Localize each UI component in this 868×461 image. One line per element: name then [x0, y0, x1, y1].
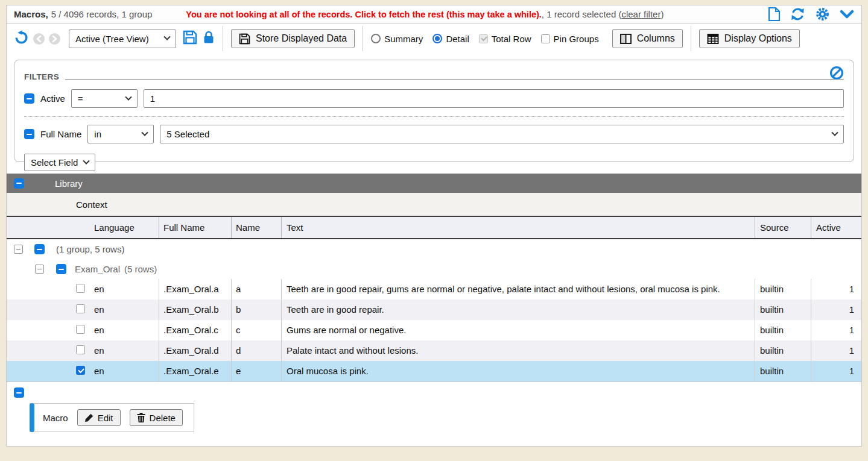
- library-group-label: Library: [55, 178, 83, 189]
- display-options-label: Display Options: [724, 33, 792, 44]
- group-row-exam-oral: Exam_Oral (5 rows): [7, 259, 861, 279]
- delete-button-label: Delete: [150, 413, 176, 423]
- table-row[interactable]: en .Exam_Oral.d d Palate intact and with…: [7, 340, 861, 361]
- summary-radio[interactable]: Summary: [371, 34, 423, 44]
- filter-operator-select[interactable]: =: [71, 89, 138, 108]
- new-document-icon[interactable]: [768, 7, 781, 22]
- select-arrow-icon: [142, 129, 148, 136]
- cell-text: Oral mucosa is pink.: [281, 361, 755, 381]
- edit-button-label: Edit: [98, 413, 113, 423]
- total-row-checkbox[interactable]: Total Row: [479, 34, 531, 44]
- collapse-group-icon[interactable]: [14, 245, 23, 254]
- save-view-icon[interactable]: [183, 30, 197, 47]
- store-displayed-data-button[interactable]: Store Displayed Data: [231, 29, 355, 48]
- page: Macros, 5 / 4096 records, 1 group You ar…: [0, 0, 868, 461]
- group-summary-label: (1 group, 5 rows): [56, 244, 124, 254]
- filter-multiselect[interactable]: 5 Selected: [160, 125, 844, 143]
- columns-button[interactable]: Columns: [612, 29, 683, 48]
- forward-icon[interactable]: [49, 33, 60, 45]
- group-minus-icon[interactable]: [34, 244, 45, 254]
- column-header-language[interactable]: Language: [7, 217, 159, 238]
- filter-operator-select[interactable]: in: [87, 125, 154, 143]
- cell-source: builtin: [755, 279, 811, 299]
- clear-filters-icon[interactable]: [829, 66, 844, 80]
- remove-filter-icon[interactable]: [24, 129, 34, 139]
- column-header-active[interactable]: Active: [811, 217, 861, 238]
- filter-field-label: Full Name: [40, 129, 81, 139]
- detail-label: Detail: [446, 34, 469, 44]
- cell-source: builtin: [755, 320, 811, 340]
- cell-text: Palate intact and without lesions.: [281, 340, 755, 361]
- save-icon: [239, 33, 250, 45]
- column-header-source[interactable]: Source: [755, 217, 811, 238]
- filter-multiselect-value: 5 Selected: [166, 129, 209, 139]
- cell-full-name: .Exam_Oral.c: [159, 320, 231, 340]
- column-header-full-name[interactable]: Full Name: [159, 217, 231, 238]
- filter-value-input[interactable]: [144, 89, 844, 108]
- cell-text: Teeth are in good repair, gums are norma…: [281, 279, 755, 299]
- undo-icon[interactable]: [14, 30, 29, 48]
- cell-full-name: .Exam_Oral.e: [159, 361, 231, 381]
- selected-count-prefix: , 1 record selected (: [542, 9, 622, 19]
- cell-source: builtin: [755, 340, 811, 361]
- toolbar-divider: [223, 26, 223, 51]
- remove-filter-icon[interactable]: [24, 93, 34, 104]
- table-row-selected[interactable]: en .Exam_Oral.e e Oral mucosa is pink. b…: [7, 361, 861, 381]
- header-bar: Macros, 5 / 4096 records, 1 group You ar…: [6, 5, 862, 24]
- filter-row-full-name: Full Name in 5 Selected: [24, 125, 844, 143]
- delete-button[interactable]: Delete: [130, 409, 183, 426]
- toolbar-divider: [363, 26, 363, 51]
- cell-language: en: [94, 366, 104, 377]
- table-row[interactable]: en .Exam_Oral.a a Teeth are in good repa…: [7, 279, 861, 299]
- collapse-subgroup-icon[interactable]: [35, 265, 44, 274]
- select-field-label: Select Field: [31, 157, 78, 168]
- gear-icon[interactable]: [815, 7, 830, 22]
- filter-separator: [24, 116, 844, 117]
- row-checkbox[interactable]: [76, 325, 85, 334]
- clear-filter-link[interactable]: clear filter: [621, 9, 661, 19]
- macro-actions-area: Macro Edit Delete: [7, 403, 861, 436]
- detail-radio[interactable]: Detail: [432, 34, 469, 44]
- header-icons: [768, 7, 854, 22]
- pin-groups-checkbox[interactable]: Pin Groups: [541, 34, 599, 44]
- refresh-icon[interactable]: [790, 7, 805, 22]
- subgroup-minus-icon[interactable]: [56, 264, 66, 274]
- select-field-dropdown[interactable]: Select Field: [24, 154, 95, 171]
- pencil-icon: [84, 413, 93, 422]
- back-icon[interactable]: [33, 33, 45, 45]
- cell-name: b: [231, 299, 281, 320]
- table-row[interactable]: en .Exam_Oral.b b Teeth are in good repa…: [7, 299, 861, 320]
- cell-name: a: [231, 279, 281, 299]
- row-checkbox[interactable]: [76, 345, 85, 354]
- edit-button[interactable]: Edit: [77, 409, 121, 426]
- row-checkbox-checked[interactable]: [76, 366, 85, 375]
- selected-count-suffix: ): [661, 9, 664, 19]
- cell-language: en: [94, 304, 104, 315]
- column-header-text[interactable]: Text: [281, 217, 755, 238]
- select-arrow-icon: [163, 34, 170, 40]
- cell-full-name: .Exam_Oral.a: [159, 279, 231, 299]
- select-arrow-icon: [125, 93, 131, 100]
- collapse-library-icon[interactable]: [14, 178, 24, 189]
- cell-text: Teeth are in good repair.: [281, 299, 755, 320]
- library-group-bar: Library: [7, 174, 861, 193]
- filter-operator-value: in: [94, 129, 101, 139]
- fetch-rest-warning[interactable]: You are not looking at all of the record…: [186, 10, 542, 19]
- checkbox-disabled-checked-icon: [479, 34, 488, 43]
- pin-groups-label: Pin Groups: [554, 34, 599, 44]
- lock-icon[interactable]: [203, 30, 215, 47]
- column-header-name[interactable]: Name: [231, 217, 281, 238]
- columns-icon: [620, 34, 632, 44]
- chevron-down-icon[interactable]: [840, 8, 854, 20]
- display-options-button[interactable]: Display Options: [699, 29, 800, 48]
- view-select[interactable]: Active (Tree View): [69, 30, 176, 48]
- cell-language: en: [94, 345, 104, 356]
- footer-minus-icon[interactable]: [14, 387, 24, 398]
- row-checkbox[interactable]: [76, 304, 85, 313]
- cell-active: 1: [811, 361, 861, 381]
- store-button-label: Store Displayed Data: [256, 33, 347, 44]
- filter-operator-value: =: [78, 93, 83, 104]
- cell-active: 1: [811, 299, 861, 320]
- table-row[interactable]: en .Exam_Oral.c c Gums are normal or neg…: [7, 320, 861, 340]
- row-checkbox[interactable]: [76, 284, 85, 293]
